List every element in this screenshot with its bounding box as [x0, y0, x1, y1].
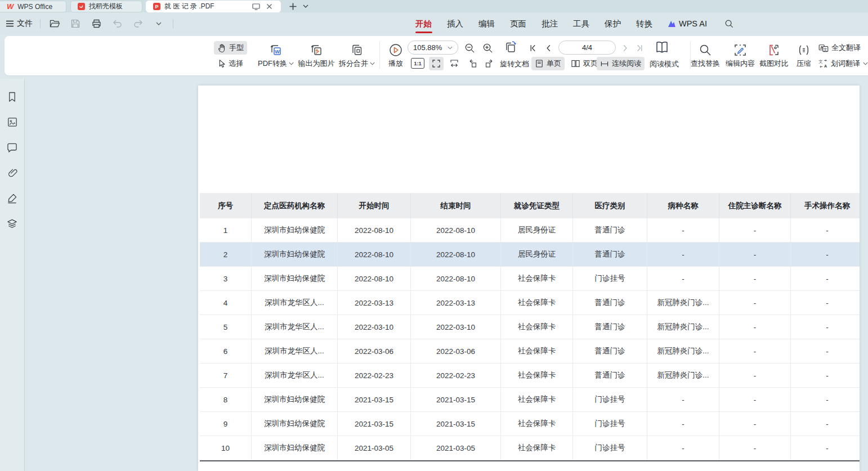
attachment-icon[interactable]	[6, 166, 19, 180]
screenshot-compare-button[interactable]: 截图对比	[757, 39, 791, 72]
layers-icon[interactable]	[6, 217, 19, 230]
zoom-level-combo[interactable]: 105.88%	[408, 41, 458, 55]
table-cell: -	[791, 388, 860, 412]
single-page-button[interactable]: 单页	[531, 57, 565, 70]
file-menu-button[interactable]: 文件	[6, 19, 33, 29]
pdf-convert-button[interactable]: W PDF转换	[254, 39, 297, 72]
thumbnail-icon[interactable]	[6, 115, 19, 129]
table-cell: 普通门诊	[573, 364, 647, 388]
save-icon[interactable]	[69, 17, 82, 30]
comment-icon[interactable]	[6, 141, 19, 154]
edit-content-button[interactable]: 编辑内容	[723, 39, 758, 72]
column-header: 结束时间	[411, 193, 501, 218]
svg-text:文: 文	[824, 47, 827, 51]
read-mode-icon[interactable]	[653, 39, 671, 56]
find-replace-button[interactable]: 查找替换	[687, 39, 724, 72]
last-page-button[interactable]	[634, 42, 645, 53]
wps-ai-icon	[668, 20, 676, 28]
next-page-button[interactable]	[619, 42, 630, 53]
table-cell: 社会保障卡	[501, 412, 573, 436]
full-translate-icon: A 文	[818, 44, 829, 52]
redo-icon[interactable]	[131, 17, 145, 30]
svg-text:文: 文	[819, 59, 823, 64]
table-row[interactable]: 3深圳市妇幼保健院2022-08-102022-08-10社会保障卡门诊挂号--…	[200, 267, 860, 291]
menu-tab-protect[interactable]: 保护	[605, 12, 621, 35]
table-cell: 5	[200, 315, 252, 339]
zoom-out-button[interactable]	[463, 41, 476, 55]
hand-tool-button[interactable]: 手型	[214, 41, 247, 55]
table-cell: 新冠肺炎门诊...	[647, 364, 719, 388]
play-icon	[389, 43, 402, 57]
menu-tab-annotate[interactable]: 批注	[542, 12, 558, 35]
play-button[interactable]: 播放	[384, 39, 408, 72]
table-cell: -	[719, 315, 791, 339]
continuous-read-button[interactable]: 连续阅读	[597, 57, 645, 70]
menu-tab-insert[interactable]: 插入	[447, 12, 463, 35]
menu-tab-home[interactable]: 开始	[415, 12, 432, 35]
print-icon[interactable]	[90, 17, 103, 30]
table-row[interactable]: 4深圳市龙华区人...2022-03-132022-03-13社会保障卡普通门诊…	[200, 291, 860, 315]
first-page-button[interactable]	[527, 42, 538, 53]
table-row[interactable]: 7深圳市龙华区人...2022-02-232022-02-23社会保障卡普通门诊…	[200, 364, 860, 388]
table-row[interactable]: 10深圳市妇幼保健院2021-03-052021-03-05社会保障卡门诊挂号-…	[200, 436, 860, 460]
left-panel-rail	[0, 79, 25, 471]
rotate-right-button[interactable]	[482, 57, 496, 70]
table-cell: -	[647, 412, 719, 436]
toolbar: 手型 选择 W PDF转换 输出为图片	[5, 36, 868, 75]
table-cell: 普通门诊	[573, 218, 647, 243]
signature-pen-icon[interactable]	[6, 191, 19, 205]
word-translate-button[interactable]: 文 A 划词翻译	[815, 57, 868, 70]
new-tab-button[interactable]	[289, 2, 297, 11]
svg-text:W: W	[275, 48, 280, 54]
table-cell: 2022-02-23	[338, 364, 411, 388]
open-file-icon[interactable]	[48, 17, 61, 30]
split-merge-button[interactable]: 拆分合并	[335, 39, 378, 72]
table-cell: 社会保障卡	[501, 291, 573, 315]
tab-document-active[interactable]: P 就 医 记 录 .PDF	[146, 1, 281, 12]
table-row[interactable]: 2深圳市妇幼保健院2022-08-102022-08-10居民身份证普通门诊--…	[200, 243, 860, 267]
table-row[interactable]: 9深圳市妇幼保健院2021-03-152021-03-15社会保障卡门诊挂号--…	[200, 412, 860, 436]
table-row[interactable]: 8深圳市妇幼保健院2021-03-152021-03-15社会保障卡门诊挂号--…	[200, 388, 860, 412]
close-tab-icon[interactable]	[265, 2, 274, 11]
medical-records-table: 序号定点医药机构名称开始时间结束时间就诊凭证类型医疗类别病种名称住院主诊断名称手…	[200, 193, 860, 461]
rotate-doc-icon[interactable]	[502, 39, 519, 55]
select-tool-button[interactable]: 选择	[214, 57, 247, 70]
table-row[interactable]: 1深圳市妇幼保健院2022-08-102022-08-10居民身份证普通门诊--…	[200, 218, 860, 243]
ribbon-search-icon[interactable]	[722, 17, 736, 30]
table-cell: 2022-03-10	[338, 315, 411, 339]
export-image-button[interactable]: 输出为图片	[294, 39, 339, 72]
undo-icon[interactable]	[110, 17, 124, 30]
quick-access-chevron-icon[interactable]	[152, 17, 165, 30]
table-row[interactable]: 6深圳市龙华区人...2022-03-062022-03-06社会保障卡普通门诊…	[200, 339, 860, 364]
table-cell: 深圳市妇幼保健院	[252, 218, 338, 243]
table-cell: -	[791, 291, 860, 315]
menu-tab-convert[interactable]: 转换	[636, 12, 652, 35]
wps-ai-button[interactable]: WPS AI	[668, 19, 707, 28]
table-cell: 7	[200, 364, 252, 388]
full-translate-button[interactable]: A 文 全文翻译	[815, 41, 864, 55]
table-header-row: 序号定点医药机构名称开始时间结束时间就诊凭证类型医疗类别病种名称住院主诊断名称手…	[200, 193, 860, 218]
tab-docer-templates[interactable]: 找稻壳模板	[70, 1, 142, 12]
page-number-input[interactable]: 4/4	[558, 41, 616, 55]
fit-page-button[interactable]	[429, 57, 444, 70]
menu-tab-edit[interactable]: 编辑	[478, 12, 495, 35]
fit-width-button[interactable]	[447, 57, 462, 70]
bookmark-icon[interactable]	[6, 90, 19, 104]
read-mode-label[interactable]: 阅读模式	[650, 59, 679, 69]
table-cell: 2022-03-10	[411, 315, 501, 339]
actual-size-button[interactable]: 1:1	[411, 58, 424, 69]
table-row[interactable]: 5深圳市龙华区人...2022-03-102022-03-10社会保障卡普通门诊…	[200, 315, 860, 339]
rotate-doc-label[interactable]: 旋转文档	[500, 59, 529, 69]
tab-wps-home[interactable]: W WPS Office	[0, 1, 66, 12]
tab-list-chevron-icon[interactable]	[303, 5, 308, 8]
table-cell: -	[719, 243, 791, 267]
menu-tab-tools[interactable]: 工具	[573, 12, 589, 35]
zoom-in-button[interactable]	[481, 41, 494, 55]
compress-icon	[797, 43, 811, 57]
pdf-page[interactable]: 序号定点医药机构名称开始时间结束时间就诊凭证类型医疗类别病种名称住院主诊断名称手…	[198, 86, 860, 471]
compress-button[interactable]: 压缩	[791, 39, 816, 72]
menu-tab-page[interactable]: 页面	[510, 12, 526, 35]
prev-page-button[interactable]	[543, 42, 554, 53]
monitor-icon[interactable]	[252, 2, 261, 11]
rotate-left-button[interactable]	[465, 57, 480, 70]
